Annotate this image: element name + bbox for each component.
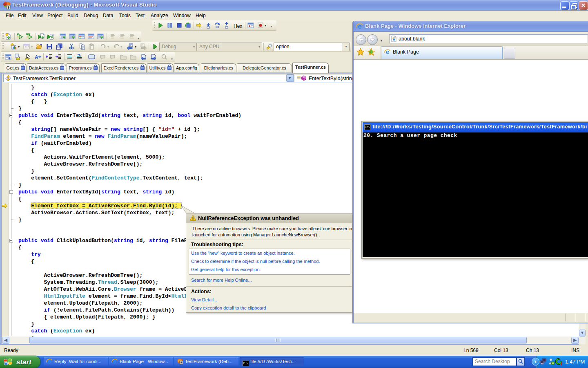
svg-text:A: A — [35, 54, 38, 60]
svg-text:9: 9 — [180, 361, 182, 364]
svg-text:9: 9 — [7, 5, 9, 9]
